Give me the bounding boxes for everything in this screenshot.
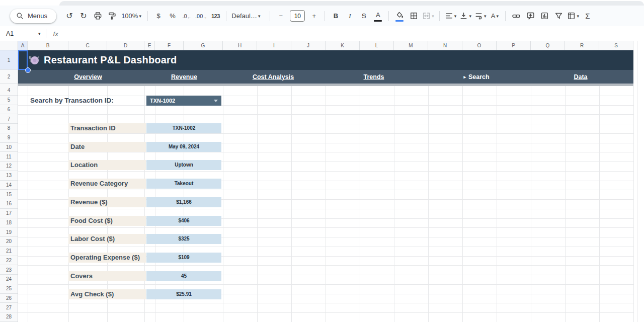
field-value-cell[interactable]: $1,166 bbox=[146, 197, 221, 207]
text-rotation-button[interactable]: A ▾ bbox=[489, 10, 500, 23]
row-header-25[interactable]: 25 bbox=[0, 284, 18, 294]
row-header-18[interactable]: 18 bbox=[0, 218, 18, 228]
increase-decimal-button[interactable]: .00→ bbox=[195, 10, 207, 23]
column-header-I[interactable]: I bbox=[257, 41, 291, 50]
field-label-cell[interactable]: Transaction ID bbox=[68, 123, 146, 133]
column-header-R[interactable]: R bbox=[565, 41, 599, 50]
field-value-cell[interactable]: $325 bbox=[146, 234, 221, 244]
row-header-27[interactable]: 27 bbox=[0, 303, 18, 312]
row-header-23[interactable]: 23 bbox=[0, 265, 18, 275]
borders-button[interactable] bbox=[408, 10, 419, 23]
row-header-12[interactable]: 12 bbox=[0, 162, 18, 171]
name-box[interactable]: A1 bbox=[0, 30, 37, 37]
column-header-A[interactable]: A bbox=[18, 41, 28, 50]
field-value-cell[interactable]: TXN-1002 bbox=[146, 123, 221, 133]
field-value-cell[interactable]: Takeout bbox=[146, 179, 221, 189]
column-header-G[interactable]: G bbox=[184, 41, 223, 50]
row-header-6[interactable]: 6 bbox=[0, 105, 18, 115]
field-value-cell[interactable]: $406 bbox=[146, 216, 221, 226]
row-header-1[interactable]: 1 bbox=[0, 50, 18, 70]
column-header-H[interactable]: H bbox=[223, 41, 257, 50]
row-header-20[interactable]: 20 bbox=[0, 237, 18, 247]
field-value-cell[interactable]: 45 bbox=[146, 271, 221, 281]
text-wrapping-button[interactable]: ▾ bbox=[474, 10, 487, 23]
insert-comment-button[interactable] bbox=[525, 10, 536, 23]
insert-chart-button[interactable] bbox=[539, 10, 550, 23]
column-header-J[interactable]: J bbox=[291, 41, 326, 50]
field-value-cell[interactable]: Uptown bbox=[146, 160, 221, 170]
row-header-16[interactable]: 16 bbox=[0, 199, 18, 209]
column-header-S[interactable]: S bbox=[599, 41, 633, 50]
menus-search-button[interactable]: Menus bbox=[10, 9, 56, 23]
text-color-button[interactable]: A bbox=[372, 10, 383, 23]
column-header-K[interactable]: K bbox=[326, 41, 360, 50]
row-header-8[interactable]: 8 bbox=[0, 124, 18, 133]
dashboard-title-bar[interactable]: Restaurant P&L Dashboard bbox=[18, 50, 633, 70]
nav-tab-overview[interactable]: Overview bbox=[74, 70, 102, 84]
row-header-24[interactable]: 24 bbox=[0, 275, 18, 284]
format-percent-button[interactable]: % bbox=[167, 10, 178, 23]
row-header-7[interactable]: 7 bbox=[0, 114, 18, 124]
hidden-row-divider[interactable] bbox=[0, 84, 633, 86]
redo-button[interactable]: ↻ bbox=[78, 10, 89, 23]
column-header-O[interactable]: O bbox=[462, 41, 497, 50]
field-label-cell[interactable]: Operating Expense ($) bbox=[68, 253, 146, 263]
column-header-N[interactable]: N bbox=[428, 41, 462, 50]
undo-button[interactable]: ↺ bbox=[64, 10, 75, 23]
nav-tab-revenue[interactable]: Revenue bbox=[171, 70, 197, 84]
transaction-id-dropdown[interactable]: TXN-1002 bbox=[146, 96, 221, 106]
row-header-19[interactable]: 19 bbox=[0, 227, 18, 237]
row-header-15[interactable]: 15 bbox=[0, 190, 18, 199]
selected-cell-a1[interactable] bbox=[18, 50, 28, 70]
row-header-13[interactable]: 13 bbox=[0, 171, 18, 181]
field-label-cell[interactable]: Date bbox=[68, 142, 146, 152]
fill-color-button[interactable] bbox=[394, 10, 405, 23]
field-label-cell[interactable]: Revenue Category bbox=[68, 179, 146, 189]
decrease-font-size-button[interactable]: − bbox=[275, 10, 286, 23]
insert-link-button[interactable] bbox=[511, 10, 522, 23]
field-value-cell[interactable]: $109 bbox=[146, 253, 221, 263]
paint-format-button[interactable] bbox=[106, 10, 117, 23]
column-header-L[interactable]: L bbox=[360, 41, 394, 50]
row-header-14[interactable]: 14 bbox=[0, 181, 18, 190]
field-label-cell[interactable]: Revenue ($) bbox=[68, 197, 146, 207]
row-header-22[interactable]: 22 bbox=[0, 256, 18, 266]
format-currency-button[interactable]: $ bbox=[153, 10, 164, 23]
pivot-table-button[interactable]: ▾ bbox=[567, 10, 579, 23]
vertical-align-button[interactable]: ▾ bbox=[459, 10, 471, 23]
select-all-corner[interactable] bbox=[0, 41, 18, 50]
font-family-control[interactable]: Defaul… ▾ bbox=[231, 10, 265, 23]
nav-tab-trends[interactable]: Trends bbox=[364, 70, 384, 84]
row-header-10[interactable]: 10 bbox=[0, 143, 18, 152]
column-header-Q[interactable]: Q bbox=[531, 41, 565, 50]
row-header-28[interactable]: 28 bbox=[0, 312, 18, 322]
column-header-D[interactable]: D bbox=[107, 41, 144, 50]
column-header-C[interactable]: C bbox=[68, 41, 107, 50]
more-formats-button[interactable]: 123 bbox=[210, 10, 221, 23]
field-value-cell[interactable]: $25.91 bbox=[146, 289, 221, 299]
row-header-4[interactable]: 4 bbox=[0, 86, 18, 96]
italic-button[interactable]: I bbox=[344, 10, 355, 23]
field-label-cell[interactable]: Covers bbox=[68, 271, 146, 281]
horizontal-align-button[interactable]: ▾ bbox=[445, 10, 457, 23]
column-header-E[interactable]: E bbox=[144, 41, 155, 50]
bold-button[interactable]: B bbox=[330, 10, 341, 23]
field-value-cell[interactable]: May 09, 2024 bbox=[146, 142, 221, 152]
row-header-26[interactable]: 26 bbox=[0, 294, 18, 303]
print-button[interactable] bbox=[92, 10, 103, 23]
selection-fill-handle[interactable] bbox=[25, 67, 31, 73]
column-header-M[interactable]: M bbox=[394, 41, 428, 50]
field-label-cell[interactable]: Location bbox=[68, 160, 146, 170]
row-header-11[interactable]: 11 bbox=[0, 152, 18, 162]
zoom-control[interactable]: 100% ▾ bbox=[120, 10, 142, 23]
increase-font-size-button[interactable]: + bbox=[308, 10, 319, 23]
nav-tab-search[interactable]: ▸Search bbox=[463, 70, 489, 84]
nav-tab-data[interactable]: Data bbox=[574, 70, 587, 84]
field-label-cell[interactable]: Food Cost ($) bbox=[68, 216, 146, 226]
create-filter-button[interactable] bbox=[553, 10, 564, 23]
field-label-cell[interactable]: Labor Cost ($) bbox=[68, 234, 146, 244]
nav-tab-cost-analysis[interactable]: Cost Analysis bbox=[253, 70, 294, 84]
row-header-5[interactable]: 5 bbox=[0, 96, 18, 105]
chevron-down-icon[interactable]: ▾ bbox=[38, 31, 41, 36]
field-label-cell[interactable]: Avg Check ($) bbox=[68, 289, 146, 299]
